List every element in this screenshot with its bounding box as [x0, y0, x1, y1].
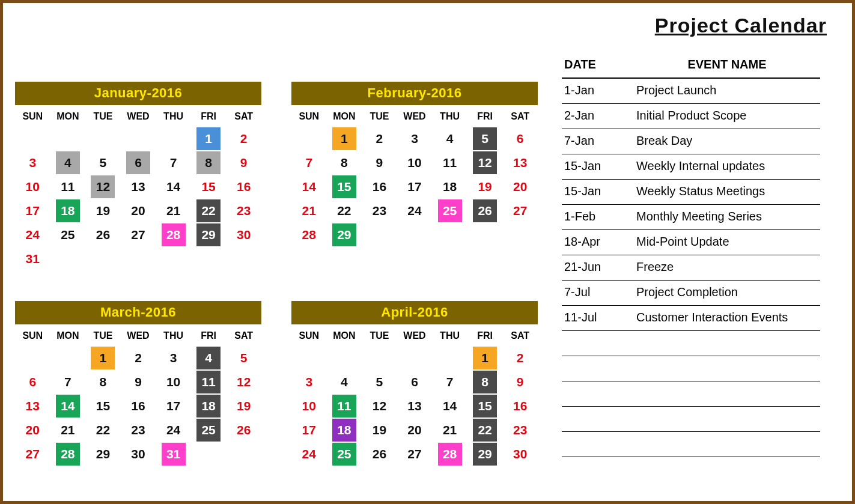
day-cell: 1	[85, 346, 121, 370]
day-cell: 3	[156, 346, 191, 370]
day-cell: 8	[85, 370, 121, 394]
day-number: 19	[367, 419, 391, 442]
day-cell: 18	[327, 418, 362, 442]
day-cell: 4	[327, 370, 362, 394]
event-date: 1-Feb	[564, 210, 636, 225]
event-name	[636, 336, 818, 351]
day-cell: 19	[226, 394, 261, 418]
day-number: 13	[508, 151, 532, 174]
day-cell: 15	[191, 175, 227, 199]
day-cell: 19	[85, 199, 121, 223]
day-cell: 17	[156, 394, 191, 418]
day-number: 2	[232, 127, 256, 150]
day-cell: 17	[15, 199, 50, 223]
day-number: 29	[332, 223, 356, 246]
day-cell: 16	[226, 175, 261, 199]
day-number: 4	[56, 151, 80, 174]
dow-row: SUNMONTUEWEDTHUFRISAT	[291, 105, 538, 127]
day-cell: 16	[362, 175, 397, 199]
calendar-grid: January-2016SUNMONTUEWEDTHUFRISAT1234567…	[11, 52, 538, 466]
day-cell: 18	[50, 199, 86, 223]
day-cell: 2	[121, 346, 156, 370]
dow-label: FRI	[467, 105, 503, 127]
day-number: 25	[438, 199, 462, 222]
event-row: 21-JunFreeze	[562, 255, 820, 281]
day-cell	[291, 127, 327, 151]
dow-label: SUN	[15, 105, 50, 127]
day-cell: 13	[502, 151, 538, 175]
day-number: 9	[508, 371, 532, 393]
day-number: 15	[332, 175, 356, 198]
day-cell: 27	[397, 442, 433, 466]
event-name: Initial Product Scope	[636, 109, 818, 124]
dow-label: TUE	[362, 105, 397, 127]
day-number: 5	[367, 371, 391, 393]
day-number: 12	[91, 175, 115, 198]
day-cell	[15, 346, 50, 370]
day-number: 10	[297, 395, 321, 417]
week-row: 12	[291, 346, 538, 370]
day-number: 28	[438, 443, 462, 466]
event-date: 7-Jul	[564, 285, 636, 300]
day-cell: 16	[121, 394, 156, 418]
day-cell	[50, 346, 86, 370]
event-name	[636, 386, 818, 401]
day-number: 30	[508, 443, 532, 466]
day-number: 25	[56, 223, 80, 246]
day-cell: 18	[432, 175, 467, 199]
events-header-row: DATE EVENT NAME	[562, 54, 820, 79]
day-cell: 14	[291, 175, 327, 199]
day-cell: 28	[291, 223, 327, 247]
day-number: 11	[56, 175, 80, 198]
day-cell	[327, 346, 362, 370]
day-cell: 14	[50, 394, 86, 418]
day-number: 20	[508, 175, 532, 198]
week-row: 10111213141516	[15, 175, 261, 199]
event-name: Weekly Status Meetings	[636, 184, 818, 199]
event-date: 21-Jun	[564, 260, 636, 275]
day-cell	[291, 346, 327, 370]
day-number: 4	[196, 347, 221, 369]
day-cell: 8	[191, 151, 227, 175]
event-name: Mid-Point Update	[636, 235, 818, 250]
day-cell	[397, 346, 433, 370]
dow-label: THU	[432, 324, 467, 346]
day-number: 14	[438, 395, 462, 417]
day-number: 6	[508, 127, 532, 150]
day-number: 17	[20, 199, 44, 222]
day-number: 6	[126, 151, 150, 174]
day-number: 1	[332, 127, 356, 150]
day-number: 27	[403, 443, 427, 466]
day-cell: 13	[15, 394, 50, 418]
day-number: 28	[162, 223, 186, 246]
day-number: 12	[232, 371, 256, 393]
day-cell: 5	[362, 370, 397, 394]
day-cell: 12	[226, 370, 261, 394]
day-number: 24	[403, 199, 427, 222]
day-cell: 2	[502, 346, 538, 370]
day-cell: 3	[397, 127, 433, 151]
day-cell: 28	[156, 223, 191, 247]
month-block: March-2016SUNMONTUEWEDTHUFRISAT123456789…	[15, 301, 261, 466]
day-number: 26	[367, 443, 391, 466]
day-cell: 13	[397, 394, 433, 418]
page-title: Project Calendar	[11, 9, 844, 52]
day-cell: 11	[50, 175, 86, 199]
event-date	[564, 361, 636, 376]
day-cell: 8	[467, 370, 503, 394]
day-number: 9	[367, 151, 391, 174]
day-cell: 5	[226, 346, 261, 370]
day-cell: 23	[121, 418, 156, 442]
day-cell	[191, 247, 227, 271]
day-number: 24	[20, 223, 44, 246]
day-cell: 29	[191, 223, 227, 247]
event-date: 15-Jan	[564, 159, 636, 174]
day-cell: 16	[502, 394, 538, 418]
day-number: 23	[126, 419, 150, 442]
day-cell: 11	[327, 394, 362, 418]
day-cell	[226, 247, 261, 271]
main-layout: January-2016SUNMONTUEWEDTHUFRISAT1234567…	[11, 52, 844, 466]
day-number: 24	[162, 419, 186, 442]
event-date	[564, 336, 636, 351]
day-number: 5	[91, 151, 115, 174]
